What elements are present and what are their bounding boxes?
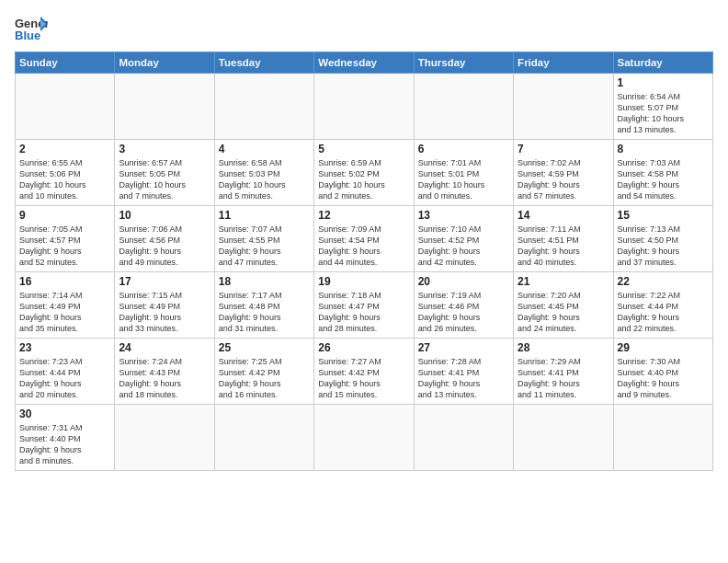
day-sun-info: Sunrise: 7:02 AM Sunset: 4:59 PM Dayligh…: [518, 157, 609, 202]
calendar-week-row: 2Sunrise: 6:55 AM Sunset: 5:06 PM Daylig…: [16, 140, 713, 206]
logo: General Blue: [15, 15, 48, 42]
calendar-day-cell: 6Sunrise: 7:01 AM Sunset: 5:01 PM Daylig…: [414, 140, 513, 206]
calendar-day-cell: 18Sunrise: 7:17 AM Sunset: 4:48 PM Dayli…: [214, 272, 313, 339]
calendar-day-cell: 14Sunrise: 7:11 AM Sunset: 4:51 PM Dayli…: [514, 206, 613, 272]
calendar-day-cell: 10Sunrise: 7:06 AM Sunset: 4:56 PM Dayli…: [115, 206, 214, 272]
day-number: 17: [119, 275, 210, 288]
calendar-day-cell: 27Sunrise: 7:28 AM Sunset: 4:41 PM Dayli…: [414, 339, 513, 405]
day-number: 1: [618, 76, 709, 89]
calendar-table: SundayMondayTuesdayWednesdayThursdayFrid…: [15, 52, 713, 471]
day-number: 23: [19, 341, 110, 354]
day-sun-info: Sunrise: 7:20 AM Sunset: 4:45 PM Dayligh…: [518, 290, 609, 335]
weekday-header-thursday: Thursday: [414, 52, 513, 74]
day-sun-info: Sunrise: 7:27 AM Sunset: 4:42 PM Dayligh…: [318, 356, 409, 401]
day-sun-info: Sunrise: 7:03 AM Sunset: 4:58 PM Dayligh…: [618, 157, 709, 202]
day-sun-info: Sunrise: 6:54 AM Sunset: 5:07 PM Dayligh…: [618, 91, 709, 136]
calendar-day-cell: 20Sunrise: 7:19 AM Sunset: 4:46 PM Dayli…: [414, 272, 513, 339]
day-number: 27: [418, 341, 509, 354]
day-number: 16: [19, 275, 110, 288]
day-sun-info: Sunrise: 7:25 AM Sunset: 4:42 PM Dayligh…: [219, 356, 310, 401]
generalblue-logo-icon: General Blue: [15, 15, 48, 42]
day-sun-info: Sunrise: 7:23 AM Sunset: 4:44 PM Dayligh…: [19, 356, 110, 401]
day-sun-info: Sunrise: 7:31 AM Sunset: 4:40 PM Dayligh…: [19, 422, 110, 467]
calendar-week-row: 23Sunrise: 7:23 AM Sunset: 4:44 PM Dayli…: [16, 339, 713, 405]
day-sun-info: Sunrise: 7:19 AM Sunset: 4:46 PM Dayligh…: [418, 290, 509, 335]
calendar-day-cell: [214, 74, 313, 140]
calendar-day-cell: 22Sunrise: 7:22 AM Sunset: 4:44 PM Dayli…: [613, 272, 712, 339]
day-number: 3: [119, 143, 210, 155]
calendar-day-cell: 15Sunrise: 7:13 AM Sunset: 4:50 PM Dayli…: [613, 206, 712, 272]
page: General Blue SundayMondayTuesdayWednesda…: [0, 0, 728, 563]
day-sun-info: Sunrise: 7:15 AM Sunset: 4:49 PM Dayligh…: [119, 290, 210, 335]
calendar-day-cell: 11Sunrise: 7:07 AM Sunset: 4:55 PM Dayli…: [214, 206, 313, 272]
calendar-week-row: 16Sunrise: 7:14 AM Sunset: 4:49 PM Dayli…: [16, 272, 713, 339]
calendar-day-cell: 13Sunrise: 7:10 AM Sunset: 4:52 PM Dayli…: [414, 206, 513, 272]
calendar-day-cell: 3Sunrise: 6:57 AM Sunset: 5:05 PM Daylig…: [115, 140, 214, 206]
calendar-day-cell: 25Sunrise: 7:25 AM Sunset: 4:42 PM Dayli…: [214, 339, 313, 405]
day-number: 12: [318, 209, 409, 222]
calendar-week-row: 1Sunrise: 6:54 AM Sunset: 5:07 PM Daylig…: [16, 74, 713, 140]
calendar-day-cell: 5Sunrise: 6:59 AM Sunset: 5:02 PM Daylig…: [314, 140, 414, 206]
calendar-day-cell: [314, 405, 414, 471]
calendar-day-cell: [115, 74, 214, 140]
day-number: 26: [318, 341, 409, 354]
day-sun-info: Sunrise: 7:29 AM Sunset: 4:41 PM Dayligh…: [518, 356, 609, 401]
day-number: 6: [418, 143, 509, 155]
calendar-day-cell: 19Sunrise: 7:18 AM Sunset: 4:47 PM Dayli…: [314, 272, 414, 339]
calendar-day-cell: 12Sunrise: 7:09 AM Sunset: 4:54 PM Dayli…: [314, 206, 414, 272]
calendar-day-cell: 29Sunrise: 7:30 AM Sunset: 4:40 PM Dayli…: [613, 339, 712, 405]
weekday-header-sunday: Sunday: [16, 52, 115, 74]
day-number: 30: [19, 408, 110, 420]
calendar-day-cell: [514, 74, 613, 140]
calendar-day-cell: [16, 74, 115, 140]
weekday-header-saturday: Saturday: [613, 52, 712, 74]
day-number: 4: [219, 143, 310, 155]
day-number: 19: [318, 275, 409, 288]
calendar-day-cell: 1Sunrise: 6:54 AM Sunset: 5:07 PM Daylig…: [613, 74, 712, 140]
day-number: 11: [219, 209, 310, 222]
calendar-day-cell: 17Sunrise: 7:15 AM Sunset: 4:49 PM Dayli…: [115, 272, 214, 339]
day-number: 8: [618, 143, 709, 155]
calendar-day-cell: [414, 74, 513, 140]
calendar-day-cell: 4Sunrise: 6:58 AM Sunset: 5:03 PM Daylig…: [214, 140, 313, 206]
day-number: 13: [418, 209, 509, 222]
day-sun-info: Sunrise: 7:24 AM Sunset: 4:43 PM Dayligh…: [119, 356, 210, 401]
day-number: 25: [219, 341, 310, 354]
calendar-day-cell: 23Sunrise: 7:23 AM Sunset: 4:44 PM Dayli…: [16, 339, 115, 405]
day-sun-info: Sunrise: 6:55 AM Sunset: 5:06 PM Dayligh…: [19, 157, 110, 202]
calendar-day-cell: [115, 405, 214, 471]
day-sun-info: Sunrise: 7:06 AM Sunset: 4:56 PM Dayligh…: [119, 224, 210, 269]
day-number: 10: [119, 209, 210, 222]
day-number: 14: [518, 209, 609, 222]
day-sun-info: Sunrise: 7:11 AM Sunset: 4:51 PM Dayligh…: [518, 224, 609, 269]
weekday-header-tuesday: Tuesday: [214, 52, 313, 74]
day-number: 21: [518, 275, 609, 288]
day-sun-info: Sunrise: 6:57 AM Sunset: 5:05 PM Dayligh…: [119, 157, 210, 202]
day-sun-info: Sunrise: 7:01 AM Sunset: 5:01 PM Dayligh…: [418, 157, 509, 202]
day-sun-info: Sunrise: 6:59 AM Sunset: 5:02 PM Dayligh…: [318, 157, 409, 202]
day-number: 28: [518, 341, 609, 354]
day-number: 5: [318, 143, 409, 155]
calendar-day-cell: 26Sunrise: 7:27 AM Sunset: 4:42 PM Dayli…: [314, 339, 414, 405]
day-number: 15: [618, 209, 709, 222]
calendar-day-cell: 8Sunrise: 7:03 AM Sunset: 4:58 PM Daylig…: [613, 140, 712, 206]
day-sun-info: Sunrise: 7:10 AM Sunset: 4:52 PM Dayligh…: [418, 224, 509, 269]
day-sun-info: Sunrise: 7:09 AM Sunset: 4:54 PM Dayligh…: [318, 224, 409, 269]
calendar-day-cell: 21Sunrise: 7:20 AM Sunset: 4:45 PM Dayli…: [514, 272, 613, 339]
calendar-day-cell: [314, 74, 414, 140]
calendar-day-cell: 28Sunrise: 7:29 AM Sunset: 4:41 PM Dayli…: [514, 339, 613, 405]
svg-text:Blue: Blue: [15, 29, 40, 42]
day-number: 7: [518, 143, 609, 155]
day-number: 2: [19, 143, 110, 155]
calendar-day-cell: 30Sunrise: 7:31 AM Sunset: 4:40 PM Dayli…: [16, 405, 115, 471]
day-number: 9: [19, 209, 110, 222]
calendar-day-cell: [514, 405, 613, 471]
day-number: 29: [618, 341, 709, 354]
calendar-day-cell: [613, 405, 712, 471]
day-number: 20: [418, 275, 509, 288]
day-number: 22: [618, 275, 709, 288]
calendar-day-cell: 7Sunrise: 7:02 AM Sunset: 4:59 PM Daylig…: [514, 140, 613, 206]
day-number: 18: [219, 275, 310, 288]
calendar-day-cell: [414, 405, 513, 471]
calendar-week-row: 9Sunrise: 7:05 AM Sunset: 4:57 PM Daylig…: [16, 206, 713, 272]
